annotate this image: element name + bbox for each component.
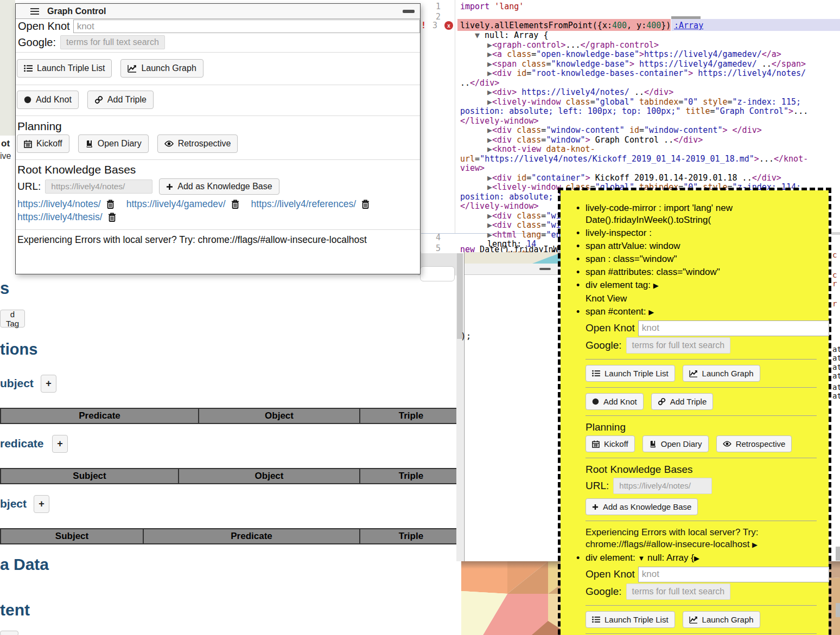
popup-item-code-mirror[interactable]: lively-code-mirror : import 'lang' new D…	[586, 202, 823, 226]
table-header-cell: Subject	[0, 468, 179, 484]
content-heading-fragment: tent	[0, 601, 30, 619]
minimize-icon[interactable]	[403, 10, 415, 13]
table-header-cell: Object	[178, 468, 360, 484]
add-knot-button[interactable]: Add Knot	[586, 393, 644, 410]
graph-control-window: Graph Control Open Knot Google: terms fo…	[15, 3, 421, 274]
google-search-input[interactable]: terms for full text search	[626, 337, 731, 354]
button-sliver[interactable]	[0, 631, 18, 635]
url-input[interactable]: https://lively4/notes/	[613, 478, 712, 494]
inspector-node[interactable]: ▶<div> https://lively4/notes/ ..</div>	[460, 88, 818, 98]
knowledge-base-link[interactable]: https://lively4/thesis/	[17, 211, 103, 223]
trash-icon[interactable]	[231, 200, 239, 209]
chart-line-icon	[689, 370, 698, 377]
inspector-node[interactable]: ▶<div class="window"> Graph Control ..</…	[460, 136, 818, 145]
add-triple-button[interactable]: Add Triple	[87, 91, 154, 109]
launch-triple-list-button[interactable]: Launch Triple List	[586, 611, 675, 628]
popup-item-span-attributes[interactable]: span #attributes: class="window"	[586, 266, 823, 278]
expand-arrow-icon[interactable]: ▶	[653, 281, 659, 290]
launch-triple-list-button[interactable]: Launch Triple List	[17, 59, 112, 78]
open-knot-input[interactable]	[73, 20, 420, 33]
open-diary-button[interactable]: Open Diary	[78, 134, 149, 153]
local-server-hint: Experiencing Errors with local server? T…	[586, 527, 823, 551]
popup-item-span-class[interactable]: span : class="window"	[586, 253, 823, 265]
eye-icon	[164, 140, 174, 147]
inspector-node[interactable]: ▶<lively-window class="global" tabindex=…	[460, 98, 818, 126]
inspector-node[interactable]: ▶<span class="knowledge-base"> https://l…	[460, 60, 818, 69]
code-line-3[interactable]: lively.allElementsFromPoint({x:400, y:40…	[460, 21, 671, 30]
add-object-button[interactable]: +	[34, 495, 49, 513]
launch-graph-button[interactable]: Launch Graph	[120, 59, 203, 78]
minimize-icon[interactable]	[539, 268, 551, 270]
link-icon	[94, 95, 103, 104]
scrollbar-nub[interactable]	[836, 547, 840, 561]
table-header-cell: Object	[198, 408, 360, 424]
error-icon: x	[444, 21, 453, 30]
meta-data-heading-fragment: a Data	[0, 555, 49, 574]
add-knowledge-base-button[interactable]: Add as Knowledge Base	[586, 498, 698, 515]
code-closing-fragment: );	[461, 331, 471, 341]
list-icon	[24, 65, 33, 72]
kickoff-button[interactable]: Kickoff	[586, 435, 635, 452]
expand-arrow-icon[interactable]: ▶	[752, 541, 758, 549]
trash-icon[interactable]	[106, 200, 114, 209]
link-icon	[658, 397, 666, 406]
add-knot-button[interactable]: Add Knot	[17, 91, 79, 109]
kickoff-button[interactable]: Kickoff	[17, 134, 69, 153]
triples-table-subject-object: Subject Object Triple	[0, 468, 463, 484]
popup-item-div-tag[interactable]: div element tag: ▶	[586, 279, 823, 292]
scrollbar-nub[interactable]	[836, 603, 840, 617]
add-triple-button[interactable]: Add Triple	[651, 393, 714, 410]
hamburger-menu-icon[interactable]	[30, 8, 40, 15]
book-icon	[85, 140, 93, 148]
launch-graph-button[interactable]: Launch Graph	[683, 611, 760, 628]
chart-line-icon	[128, 65, 137, 73]
knowledge-base-link[interactable]: https://lively4/gamedev/	[126, 198, 226, 210]
open-knot-label: Open Knot	[18, 20, 70, 33]
url-label: URL:	[17, 181, 41, 193]
add-tag-button[interactable]: d Tag	[0, 310, 25, 328]
annotation-cap	[671, 16, 701, 19]
popup-item-attr-value[interactable]: span attrValue: window	[586, 240, 823, 252]
trash-icon[interactable]	[108, 213, 116, 222]
inspector-node[interactable]: ▶<knot-view data-knot-url="https://livel…	[460, 145, 818, 174]
collapse-arrow-icon[interactable]: ▼	[638, 554, 645, 562]
eye-icon	[723, 441, 731, 447]
clipped-text-fragment: at	[832, 371, 840, 380]
trash-icon[interactable]	[361, 200, 370, 209]
popup-item-div-element[interactable]: div element: ▼ null: Array {▶	[586, 552, 823, 565]
url-input[interactable]: https://lively4/notes/	[45, 179, 152, 194]
background-button-fragment	[420, 266, 455, 281]
open-knot-label: Open Knot	[586, 322, 635, 334]
inspector-node[interactable]: ▶<a class="open-knowledge-base">https://…	[460, 50, 818, 60]
google-search-input[interactable]: terms for full text search	[626, 583, 731, 600]
inspector-node[interactable]: ▶<div class="window-content" id="window-…	[460, 126, 818, 136]
launch-graph-button[interactable]: Launch Graph	[683, 365, 760, 382]
add-predicate-button[interactable]: +	[52, 435, 68, 453]
type-annotation[interactable]: :Array	[674, 21, 703, 30]
add-knowledge-base-button[interactable]: Add as Knowledge Base	[159, 178, 279, 195]
retrospective-button[interactable]: Retrospective	[716, 435, 792, 452]
inspector-node[interactable]: ▶<div id="container"> Kickoff 2019.01.14…	[460, 174, 818, 183]
knowledge-base-link[interactable]: https://lively4/references/	[251, 198, 357, 210]
window-titlebar[interactable]: Graph Control	[16, 4, 420, 19]
chart-line-icon	[689, 616, 698, 624]
expand-arrow-icon[interactable]: ▶	[648, 308, 654, 316]
popup-item-span-content[interactable]: span #content: ▶	[586, 306, 823, 318]
add-subject-button[interactable]: +	[41, 375, 56, 393]
gutter-separator	[455, 0, 455, 233]
retrospective-button[interactable]: Retrospective	[157, 134, 238, 153]
knowledge-base-link[interactable]: https://lively4/notes/	[17, 198, 101, 210]
launch-triple-list-button[interactable]: Launch Triple List	[586, 365, 675, 382]
inspector-node[interactable]: ▶<div id="root-knowledge-bases-container…	[460, 69, 818, 88]
open-knot-input[interactable]	[638, 567, 829, 582]
open-knot-input[interactable]	[638, 320, 829, 336]
code-line-1[interactable]: import 'lang'	[460, 2, 524, 11]
inspector-root[interactable]: ▼ null: Array {	[460, 31, 818, 41]
expand-arrow-icon[interactable]: ▶	[694, 554, 699, 562]
plus-icon	[592, 504, 599, 510]
popup-item-inspector[interactable]: lively-inspector :	[586, 227, 823, 239]
inspector-node[interactable]: ▶<graph-control>...</graph-control>	[460, 41, 818, 50]
local-server-hint: Experiencing Errors with local server? T…	[16, 234, 420, 246]
google-search-input[interactable]: terms for full text search	[60, 35, 165, 49]
open-diary-button[interactable]: Open Diary	[642, 435, 709, 452]
